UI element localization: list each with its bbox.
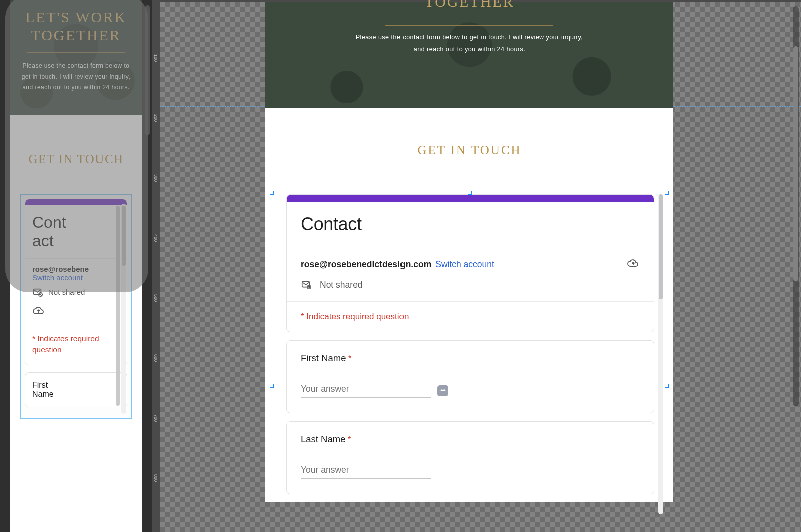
form-header-card-desktop: Contact rose@rosebenedictdesign.com Swit… xyxy=(286,194,654,332)
question-label: FirstName xyxy=(32,381,54,399)
hero-title: LET'S WORK TOGETHER xyxy=(15,8,137,44)
hero-divider-desktop xyxy=(385,25,553,26)
mobile-preview-canvas[interactable]: LET'S WORK TOGETHER Please use the conta… xyxy=(10,0,142,532)
iframe-scrollbar-desktop[interactable] xyxy=(658,194,663,514)
switch-account-link[interactable]: Switch account xyxy=(32,273,120,282)
form-title: Contact xyxy=(32,213,120,250)
required-note-desktop: * Indicates required question xyxy=(287,302,654,332)
page-artboard[interactable]: TOGETHER Please use the contact form bel… xyxy=(265,2,673,502)
ruler-vertical[interactable]: 100 200 300 400 500 600 700 800 xyxy=(152,0,160,532)
hero-section-desktop: TOGETHER Please use the contact form bel… xyxy=(265,2,673,108)
email-restricted-icon xyxy=(32,287,43,298)
first-name-input[interactable] xyxy=(301,384,431,398)
embedded-form-block[interactable]: Contact rose@rosebenedictdesign.com Swit… xyxy=(273,194,665,494)
canvas-background: TOGETHER Please use the contact form bel… xyxy=(160,2,801,532)
cloud-icon xyxy=(32,305,45,317)
required-note: * Indicates required question xyxy=(32,333,120,356)
required-star: * xyxy=(348,435,351,444)
ruler-tick: 200 xyxy=(153,114,158,122)
ruler-tick: 400 xyxy=(153,234,158,242)
mobile-preview-scrollbar[interactable] xyxy=(145,0,150,532)
question-label-first-name: First Name xyxy=(301,353,346,363)
form-header-card: Contact rose@rosebene Switch account Not… xyxy=(25,199,127,365)
ruler-tick: 700 xyxy=(153,414,158,422)
last-name-input[interactable] xyxy=(301,465,431,479)
embedded-form-selection-mobile[interactable]: Contact rose@rosebene Switch account Not… xyxy=(20,194,132,419)
cloud-icon xyxy=(627,257,640,269)
required-star: * xyxy=(348,354,351,363)
ruler-tick: 100 xyxy=(153,54,158,62)
ruler-tick: 600 xyxy=(153,354,158,362)
hero-section-mobile: LET'S WORK TOGETHER Please use the conta… xyxy=(10,0,142,115)
hero-title-line2: TOGETHER xyxy=(31,27,121,43)
form-accent-bar xyxy=(287,195,654,202)
autofill-chip-icon[interactable]: ••• xyxy=(437,385,448,396)
ruler-tick: 500 xyxy=(153,294,158,302)
not-shared-label: Not shared xyxy=(48,288,85,296)
not-shared-label-desktop: Not shared xyxy=(320,280,363,290)
email-restricted-icon xyxy=(301,279,312,290)
design-canvas[interactable]: 100 200 300 400 500 600 700 800 TOGETHER… xyxy=(152,0,801,532)
cloud-upload-button[interactable] xyxy=(627,257,640,271)
section-title: GET IN TOUCH xyxy=(10,115,142,194)
question-card-last-name-desktop: Last Name * xyxy=(286,421,654,494)
hero-subtitle-desktop: Please use the contact form below to get… xyxy=(325,32,613,56)
form-account-email-desktop: rose@rosebenedictdesign.com xyxy=(301,259,431,270)
mobile-preview-panel: LET'S WORK TOGETHER Please use the conta… xyxy=(0,0,152,532)
switch-account-link-desktop[interactable]: Switch account xyxy=(435,259,494,270)
hero-title-desktop: TOGETHER xyxy=(325,0,613,10)
hero-subtitle: Please use the contact form below to get… xyxy=(15,61,137,93)
canvas-scrollbar[interactable] xyxy=(793,6,799,406)
form-account-email: rose@rosebene xyxy=(32,265,120,273)
iframe-scrollbar[interactable] xyxy=(121,204,126,414)
question-card-first-name-desktop: First Name * ••• xyxy=(286,340,654,413)
form-accent-bar xyxy=(25,199,127,205)
form-title-desktop: Contact xyxy=(301,214,640,235)
question-card-first-name: FirstName * xyxy=(25,372,127,407)
question-label-last-name: Last Name xyxy=(301,434,345,444)
section-title-desktop: GET IN TOUCH xyxy=(265,108,673,194)
hero-title-line1: LET'S WORK xyxy=(25,9,127,25)
hero-divider xyxy=(27,52,125,53)
ruler-tick: 800 xyxy=(153,474,158,482)
ruler-tick: 300 xyxy=(153,174,158,182)
